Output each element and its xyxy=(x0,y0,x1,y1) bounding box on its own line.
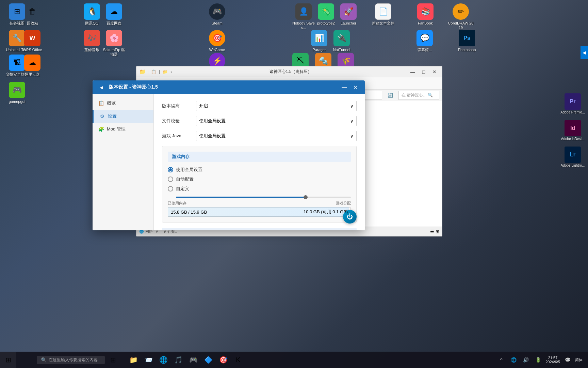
view-list-btn[interactable]: ☰ xyxy=(430,229,434,234)
tray-network[interactable]: 🌐 xyxy=(509,355,518,365)
nav-mod[interactable]: 🧩 Mod 管理 xyxy=(93,123,153,136)
settings-content: 版本隔离 开启 ∨ 文件校验 使用全局设置 ∨ 游戏 Java xyxy=(154,94,365,230)
desktop-icon-alicloud[interactable]: ☁ 阿里云盘 xyxy=(19,55,46,77)
desktop-icon-fanbook[interactable]: 📚 FanBook xyxy=(412,3,439,26)
tray-arrow[interactable]: ^ xyxy=(496,355,506,365)
memory-option-auto[interactable]: 自动配置 xyxy=(168,176,351,182)
taskview-icon: ⊞ xyxy=(110,356,116,364)
desktop-icon-nattunnel[interactable]: 🔌 NatTunnel xyxy=(328,30,355,52)
tray-battery[interactable]: 🔋 xyxy=(533,355,543,365)
right-panel: Pr Adobe Premie... Id Adobe InDesi... Lr… xyxy=(557,92,588,169)
settings-icon: ⚙ xyxy=(99,113,105,119)
settings-close-btn[interactable]: ✕ xyxy=(350,82,361,93)
file-check-dropdown[interactable]: 使用全局设置 ∨ xyxy=(196,116,357,126)
taskbar: ⊞ 🔍 在这里输入你要搜索的内容 ⊞ 📁 📨 🌐 🎵 xyxy=(0,352,588,368)
file-explorer-path: 诸神匠心1.5（离解压） xyxy=(173,69,408,75)
taskbar-clock[interactable]: 21:57 2024/6/5 xyxy=(545,356,560,364)
taskbar-launcher-app[interactable]: 🔷 xyxy=(201,353,215,367)
memory-option-custom[interactable]: 自定义 xyxy=(168,186,351,192)
game-java-dropdown[interactable]: 使用全局设置 ∨ xyxy=(196,131,357,141)
desktop-icon-sakura[interactable]: 🌸 SakuraFtp 驱动器 xyxy=(100,30,128,57)
taskbar-kingsoft[interactable]: K xyxy=(231,353,245,367)
music-icon: 🎵 xyxy=(174,356,183,364)
kingsoft-icon: K xyxy=(236,356,240,364)
memory-section-header: 游戏内存 xyxy=(168,152,351,162)
mod-icon: 🧩 xyxy=(98,126,104,132)
desktop-icon-adobe-pr[interactable]: Pr Adobe Premie... xyxy=(557,92,588,116)
desktop-icon-launcher[interactable]: 🚀 Launcher xyxy=(335,3,362,26)
server-section-header: 服务器选项 xyxy=(162,228,357,230)
desktop-icon-wegame[interactable]: 🎯 WeGame xyxy=(203,30,231,52)
view-grid-btn[interactable]: ⊞ xyxy=(436,229,439,234)
desktop-icon-gamepgui[interactable]: 🎮 gamepgui xyxy=(3,82,31,104)
edge-icon: 🌐 xyxy=(159,356,168,364)
windows-logo-icon: ⊞ xyxy=(5,356,11,364)
settings-titlebar: ◀ 版本设置 - 诸神匠心1.5 — ✕ xyxy=(93,80,365,94)
memory-slider-row xyxy=(176,197,351,198)
input-method-indicator[interactable]: 简体 xyxy=(575,357,583,363)
folder-icon: 📁 xyxy=(129,356,138,364)
memory-slider-track[interactable] xyxy=(176,197,351,198)
desktop-icon-ps[interactable]: Ps Photoshop xyxy=(453,30,480,52)
taskbar-file-explorer[interactable]: 📁 xyxy=(127,353,140,367)
memory-bar-container: 已使用内存 游戏分配 15.8 GB / 15.9 GB 10.0 GB (可用… xyxy=(168,201,351,217)
version-isolation-row: 版本隔离 开启 ∨ xyxy=(162,101,357,111)
memory-bar: 15.8 GB / 15.9 GB 10.0 GB (可用 0.1 GB) xyxy=(168,207,351,217)
taskbar-wegame-app[interactable]: 🎯 xyxy=(216,353,230,367)
steam-icon: 🎮 xyxy=(189,356,198,364)
taskview-button[interactable]: ⊞ xyxy=(106,353,120,367)
selection-bar[interactable]: ◀ xyxy=(581,46,588,59)
file-check-row: 文件校验 使用全局设置 ∨ xyxy=(162,116,357,126)
tray-volume[interactable]: 🔊 xyxy=(521,355,530,365)
tray-notification[interactable]: 💬 xyxy=(563,355,572,365)
taskbar-music[interactable]: 🎵 xyxy=(172,353,185,367)
memory-option-global[interactable]: 使用全局设置 xyxy=(168,167,351,173)
desktop-icon-recycle[interactable]: 🗑 回收站 xyxy=(19,3,46,26)
taskbar-edge[interactable]: 🌐 xyxy=(157,353,170,367)
fe-search-box[interactable]: 在 诸神匠心... 🔍 xyxy=(398,91,439,100)
taskbar-steam-app[interactable]: 🎮 xyxy=(186,353,200,367)
game-java-row: 游戏 Java 使用全局设置 ∨ xyxy=(162,131,357,141)
settings-minimize-btn[interactable]: — xyxy=(339,82,350,93)
overview-icon: 📋 xyxy=(98,100,104,106)
search-icon: 🔍 xyxy=(41,357,47,363)
server-section: 服务器选项 登录方式 正版登录或离线登录 ∨ 自动进入服务器 xyxy=(162,228,357,230)
desktop-icon-baidu[interactable]: ☁ 百度网盘 xyxy=(100,3,128,26)
settings-sidebar: 📋 概览 ⚙ 设置 🧩 Mod 管理 xyxy=(93,94,154,230)
maximize-button[interactable]: □ xyxy=(419,68,428,75)
memory-section: 游戏内存 使用全局设置 自动配置 自定义 xyxy=(162,146,357,223)
refresh-btn[interactable]: 🔄 xyxy=(385,92,396,98)
desktop: ⊞ 任务视图 🗑 回收站 🔧 Uninstall Tool W WPS Offi… xyxy=(0,0,588,368)
mail-icon: 📨 xyxy=(144,356,153,364)
file-explorer-titlebar: 📁 | 📋 | 📁 › 诸神匠心1.5（离解压） — □ ✕ xyxy=(136,66,442,77)
nav-overview[interactable]: 📋 概览 xyxy=(93,97,153,110)
desktop-icon-newtext[interactable]: 📄 新建文本文件 xyxy=(370,3,397,26)
taskbar-apps: 📁 📨 🌐 🎵 🎮 🔷 🎯 K xyxy=(127,353,245,367)
version-isolation-dropdown[interactable]: 开启 ∨ xyxy=(196,101,357,111)
launcher-icon: 🔷 xyxy=(204,356,213,364)
desktop-icon-danmuji[interactable]: 💬 弹幕姬... xyxy=(411,30,438,52)
desktop-icon-wps[interactable]: W WPS Office xyxy=(19,30,46,52)
minimize-button[interactable]: — xyxy=(408,68,418,75)
desktop-icon-coreldraw[interactable]: ✏ CorelDRAW 2019 xyxy=(447,3,474,30)
desktop-icon-adobe-id[interactable]: Id Adobe InDesi... xyxy=(557,119,588,142)
wegame-icon-tb: 🎯 xyxy=(219,356,228,364)
settings-title: 版本设置 - 诸神匠心1.5 xyxy=(109,84,339,90)
file-explorer-controls: — □ ✕ xyxy=(408,68,439,75)
settings-body: 📋 概览 ⚙ 设置 🧩 Mod 管理 版本隔离 开启 xyxy=(93,94,365,230)
taskbar-tray: ^ 🌐 🔊 🔋 21:57 2024/6/5 💬 简体 xyxy=(496,355,588,365)
taskbar-search[interactable]: 🔍 在这里输入你要搜索的内容 xyxy=(37,356,105,364)
start-button[interactable]: ⊞ xyxy=(0,352,16,368)
close-button-explorer[interactable]: ✕ xyxy=(430,68,439,75)
settings-back-button[interactable]: ◀ xyxy=(97,82,106,92)
settings-dialog: ◀ 版本设置 - 诸神匠心1.5 — ✕ 📋 概览 ⚙ 设置 🧩 Mod 管理 xyxy=(93,80,365,230)
radio-custom xyxy=(168,186,173,191)
nav-settings[interactable]: ⚙ 设置 xyxy=(93,110,153,123)
radio-global xyxy=(168,167,173,172)
taskbar-mail[interactable]: 📨 xyxy=(142,353,155,367)
radio-auto xyxy=(168,177,173,182)
desktop-icon-adobe-lr[interactable]: Lr Adobe Lightro... xyxy=(557,145,588,169)
memory-radio-group: 使用全局设置 自动配置 自定义 xyxy=(168,167,351,192)
desktop-icon-steam[interactable]: 🎮 Steam xyxy=(203,3,231,26)
